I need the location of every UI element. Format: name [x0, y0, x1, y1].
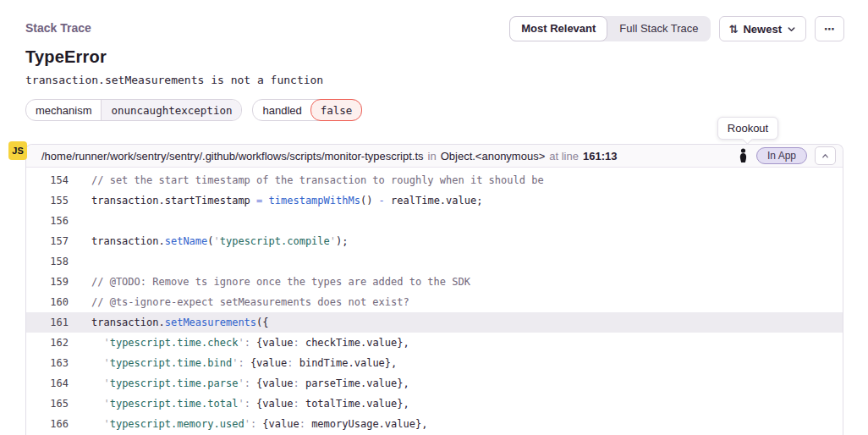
- tooltip-arrow: [742, 134, 753, 145]
- frame-header[interactable]: /home/runner/work/sentry/sentry/.github/…: [26, 145, 843, 168]
- tag-value: onuncaughtexception: [101, 100, 241, 120]
- line-number: 158: [26, 251, 69, 272]
- code-line: 161 transaction.setMeasurements({: [26, 312, 843, 333]
- function-name: Object.<anonymous>: [441, 150, 546, 162]
- line-number: 157: [26, 231, 69, 251]
- line-code-text: [69, 211, 91, 231]
- code-line: 159 // @TODO: Remove ts ignore once the …: [26, 272, 843, 292]
- code-line: 154 // set the start timestamp of the tr…: [26, 170, 843, 190]
- line-code-text: // @ts-ignore-expect setMeasurements doe…: [69, 292, 409, 312]
- line-number: 161: [26, 312, 69, 333]
- line-number: 165: [26, 394, 69, 414]
- code-line: 157 transaction.setName('typescript.comp…: [26, 231, 843, 251]
- at-line-label: at line: [549, 150, 579, 162]
- rookout-button[interactable]: [738, 148, 749, 163]
- line-code-text: transaction.startTimestamp = timestampWi…: [69, 190, 482, 211]
- rookout-tooltip: Rookout: [717, 117, 778, 140]
- code-line: 166 'typescript.memory.used': {value: me…: [26, 414, 843, 434]
- line-number: 155: [26, 190, 69, 211]
- line-number: 159: [26, 272, 69, 292]
- line-code-text: transaction.setMeasurements({: [69, 312, 269, 333]
- line-number: 160: [26, 292, 69, 312]
- line-code-text: transaction.setName('typescript.compile'…: [69, 231, 348, 251]
- line-column: 161:13: [583, 150, 617, 162]
- in-app-badge: In App: [756, 147, 807, 164]
- code-line: 155 transaction.startTimestamp = timesta…: [26, 190, 843, 211]
- code-line: 164 'typescript.time.parse': {value: par…: [26, 373, 843, 394]
- code-line: 158: [26, 251, 843, 272]
- line-code-text: 'typescript.memory.used': {value: memory…: [69, 414, 427, 434]
- line-code-text: 'typescript.time.total': {value: totalTi…: [69, 394, 409, 414]
- segment-full-stack-trace[interactable]: Full Stack Trace: [607, 16, 710, 41]
- tag-value: false: [310, 99, 363, 121]
- sort-arrows-icon: ⇅: [729, 24, 739, 35]
- line-code-text: // @TODO: Remove ts ignore once the type…: [69, 272, 470, 292]
- line-code-text: 'typescript.time.check': {value: checkTi…: [69, 333, 409, 353]
- segment-most-relevant[interactable]: Most Relevant: [509, 16, 607, 41]
- line-number: 164: [26, 373, 69, 394]
- sort-label: Newest: [743, 23, 782, 36]
- stack-frame: JS /home/runner/work/sentry/sentry/.gith…: [25, 144, 843, 435]
- frame-header-actions: In App: [738, 146, 836, 165]
- tags-row: mechanism onuncaughtexception handled fa…: [25, 99, 362, 121]
- tag[interactable]: mechanism onuncaughtexception: [25, 99, 242, 121]
- chevron-down-icon: [787, 25, 796, 34]
- tag-key: mechanism: [26, 100, 101, 120]
- line-code-text: 'typescript.time.parse': {value: parseTi…: [69, 373, 409, 394]
- sort-newest-button[interactable]: ⇅ Newest: [719, 16, 806, 41]
- code-line: 162 'typescript.time.check': {value: che…: [26, 333, 843, 353]
- collapse-frame-button[interactable]: [815, 146, 836, 165]
- tooltip-label: Rookout: [728, 122, 768, 135]
- code-line: 156: [26, 211, 843, 231]
- line-number: 166: [26, 414, 69, 434]
- line-number: 154: [26, 170, 69, 190]
- tag[interactable]: handled false: [252, 99, 362, 121]
- line-number: 163: [26, 353, 69, 373]
- rookout-icon: [738, 148, 749, 163]
- code-line: 165 'typescript.time.total': {value: tot…: [26, 394, 843, 414]
- in-label: in: [428, 150, 437, 162]
- stack-trace-view-toggle: Most Relevant Full Stack Trace: [509, 16, 710, 41]
- chevron-up-icon: [821, 151, 830, 161]
- line-code-text: [69, 251, 91, 272]
- file-path: /home/runner/work/sentry/sentry/.github/…: [41, 150, 424, 162]
- overflow-menu-button[interactable]: ⋯: [815, 16, 844, 41]
- line-number: 162: [26, 333, 69, 353]
- section-title: Stack Trace: [25, 21, 91, 35]
- error-type-title: TypeError: [25, 47, 107, 67]
- code-line: 160 // @ts-ignore-expect setMeasurements…: [26, 292, 843, 312]
- javascript-platform-icon: JS: [8, 141, 27, 160]
- error-message: transaction.setMeasurements is not a fun…: [25, 74, 323, 86]
- tag-key: handled: [253, 100, 310, 120]
- stack-trace-controls: Most Relevant Full Stack Trace ⇅ Newest …: [509, 16, 844, 41]
- line-code-text: 'typescript.time.bind': {value: bindTime…: [69, 353, 397, 373]
- line-number: 156: [26, 211, 69, 231]
- line-code-text: // set the start timestamp of the transa…: [69, 170, 544, 190]
- code-block: 154 // set the start timestamp of the tr…: [26, 168, 843, 434]
- code-line: 163 'typescript.time.bind': {value: bind…: [26, 353, 843, 373]
- overflow-dots-icon: ⋯: [824, 24, 835, 35]
